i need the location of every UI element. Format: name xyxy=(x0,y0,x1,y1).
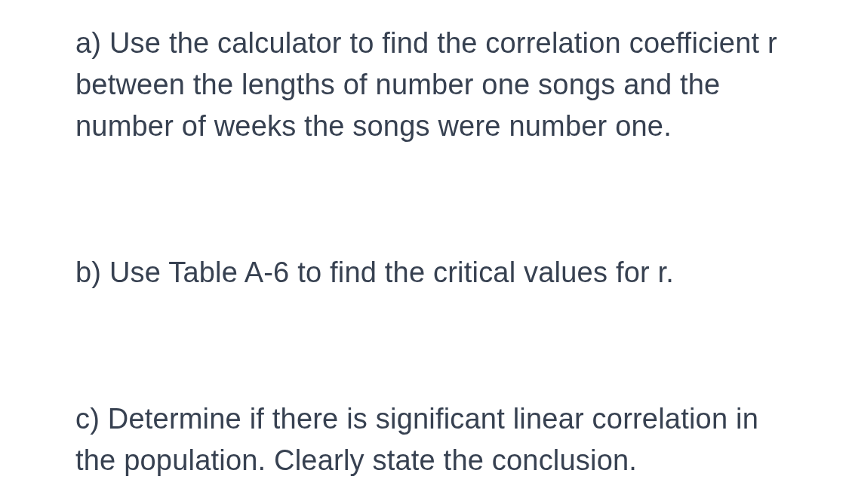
question-part-c: c) Determine if there is significant lin… xyxy=(75,398,781,481)
question-part-a: a) Use the calculator to find the correl… xyxy=(75,23,781,147)
question-part-b: b) Use Table A-6 to find the critical va… xyxy=(75,252,781,293)
